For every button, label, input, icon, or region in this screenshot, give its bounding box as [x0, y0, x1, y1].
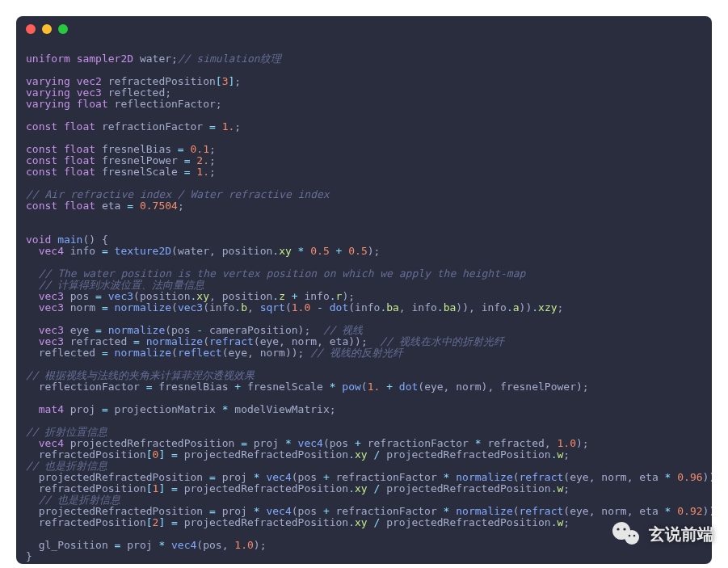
watermark: 玄说前端	[610, 518, 713, 550]
close-dot-icon	[26, 24, 36, 34]
code-block: uniform sampler2D water;// simulation纹理 …	[16, 42, 712, 564]
svg-point-3	[623, 528, 625, 530]
zoom-dot-icon	[58, 24, 68, 34]
svg-point-5	[633, 535, 636, 537]
minimize-dot-icon	[42, 24, 52, 34]
svg-point-1	[625, 530, 639, 545]
svg-point-2	[616, 528, 619, 530]
code-window: uniform sampler2D water;// simulation纹理 …	[16, 16, 712, 564]
svg-point-4	[629, 535, 631, 537]
window-titlebar	[16, 16, 712, 42]
watermark-text: 玄说前端	[649, 524, 713, 545]
wechat-icon	[610, 518, 642, 550]
